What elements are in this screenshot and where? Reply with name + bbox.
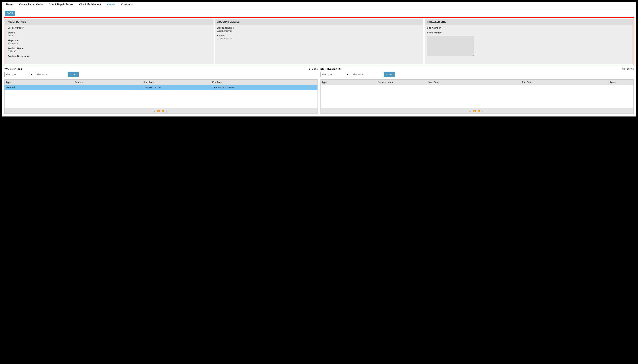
warranties-th-type[interactable]: Type <box>4 80 73 85</box>
entitlements-title: ENTITLEMENTS <box>320 67 341 70</box>
pager-prev-icon[interactable]: ⏪ <box>473 110 476 112</box>
warranties-filter-type-dropdown[interactable]: ▼ <box>30 72 34 77</box>
warranties-find-button[interactable]: FIND <box>68 72 79 77</box>
store-number-label: Store Number <box>427 31 630 34</box>
pager-first-icon[interactable]: ⏮ <box>470 110 472 112</box>
warranties-filter-value-input[interactable] <box>35 72 66 77</box>
owner-value: Zebra Internal <box>217 37 420 40</box>
warranty-type-cell: Standard <box>4 85 73 90</box>
entitlements-filter-value-input[interactable] <box>351 72 382 77</box>
chevron-down-icon: ▼ <box>346 73 349 76</box>
entitlements-filter-type-select[interactable]: ▼ <box>320 72 350 77</box>
warranties-th-start-date[interactable]: Start Date <box>142 80 211 85</box>
warranty-subtype-cell <box>73 85 142 90</box>
main-nav: Home Create Repair Order Check Repair St… <box>2 2 636 9</box>
nav-contracts[interactable]: Contracts <box>121 3 133 7</box>
entitlements-pager: ⏮ ⏪ ⏩ ⏭ <box>321 108 634 114</box>
account-name-label: Account Name <box>217 26 420 29</box>
table-row[interactable]: Standard 15-Apr-2013 12:0... 15-Apr-2014… <box>4 85 318 90</box>
entitlements-th-agreement[interactable]: Agreen <box>608 80 634 85</box>
back-button[interactable]: BACK <box>5 11 15 16</box>
warranties-pager: ⏮ ⏪ ⏩ ⏭ <box>4 108 318 114</box>
owner-label: Owner <box>217 34 420 37</box>
product-name-value: G47490 <box>8 50 211 52</box>
ship-date-label: Ship Date <box>8 39 211 42</box>
warranties-title: WARRANTIES <box>4 67 22 70</box>
nav-check-repair-status[interactable]: Check Repair Status <box>49 3 73 7</box>
entitlements-th-start-date[interactable]: Start Date <box>427 80 521 85</box>
warranties-th-end-date[interactable]: End Date <box>211 80 317 85</box>
entitlements-filter-type-dropdown[interactable]: ▼ <box>346 72 350 77</box>
nav-create-repair-order[interactable]: Create Repair Order <box>19 3 43 7</box>
site-number-label: Site Number <box>427 26 630 29</box>
nav-home[interactable]: Home <box>6 3 13 7</box>
warranties-th-subtype[interactable]: Subtype <box>73 80 142 85</box>
status-value: Active <box>8 34 211 37</box>
warranties-section: WARRANTIES 1 - 1 of 1 ▼ FIND Type Subtyp… <box>4 67 318 114</box>
entitlements-count: No Records <box>622 68 634 70</box>
warranties-count: 1 - 1 of 1 <box>309 68 318 70</box>
app-window: Home Create Repair Order Check Repair St… <box>2 2 636 116</box>
account-details-title: ACCOUNT DETAILS <box>215 19 423 25</box>
entitlements-th-end-date[interactable]: End Date <box>521 80 608 85</box>
chevron-down-icon: ▼ <box>31 73 33 76</box>
warranties-table: Type Subtype Start Date End Date Standar… <box>4 80 318 114</box>
asset-details-panel: ASSET DETAILS Serial Number Status Activ… <box>5 19 213 64</box>
product-description-label: Product Description <box>8 55 211 58</box>
pager-next-icon[interactable]: ⏩ <box>478 110 481 112</box>
asset-details-title: ASSET DETAILS <box>6 19 213 25</box>
pager-first-icon[interactable]: ⏮ <box>154 110 156 112</box>
ship-date-value: 4/15/2013 <box>8 42 211 45</box>
entitlements-section: ENTITLEMENTS No Records ▼ FIND Type Serv… <box>320 67 634 114</box>
entitlements-find-button[interactable]: FIND <box>384 72 395 77</box>
installed-site-textarea[interactable] <box>427 36 474 56</box>
account-details-panel: ACCOUNT DETAILS Account Name Zebra Inter… <box>215 19 423 64</box>
pager-prev-icon[interactable]: ⏪ <box>157 110 160 112</box>
entitlements-table: Type Service Hours Start Date End Date A… <box>320 80 634 114</box>
warranties-filter-type-input[interactable] <box>4 72 30 77</box>
entitlements-filter-type-input[interactable] <box>321 72 346 77</box>
warranty-end-cell: 15-Apr-2014 12:00:00 <box>211 85 317 90</box>
pager-last-icon[interactable]: ⏭ <box>166 110 168 112</box>
installed-site-panel: INSTALLED SITE Site Number Store Number <box>425 19 633 64</box>
account-name-value: Zebra Internal <box>217 30 420 32</box>
product-name-label: Product Name <box>8 47 211 50</box>
nav-check-entitlement[interactable]: Check Entitlement <box>79 3 101 7</box>
entitlements-th-type[interactable]: Type <box>321 80 377 85</box>
status-label: Status <box>8 31 211 34</box>
warranty-start-cell: 15-Apr-2013 12:0... <box>142 85 211 90</box>
installed-site-title: INSTALLED SITE <box>425 19 632 25</box>
pager-next-icon[interactable]: ⏩ <box>162 110 165 112</box>
warranties-filter-type-select[interactable]: ▼ <box>4 72 34 77</box>
details-panels-highlighted: ASSET DETAILS Serial Number Status Activ… <box>4 17 634 65</box>
entitlements-th-service-hours[interactable]: Service Hours <box>377 80 427 85</box>
serial-number-label: Serial Number <box>8 26 211 29</box>
pager-last-icon[interactable]: ⏭ <box>482 110 484 112</box>
nav-assets[interactable]: Assets <box>107 3 115 7</box>
